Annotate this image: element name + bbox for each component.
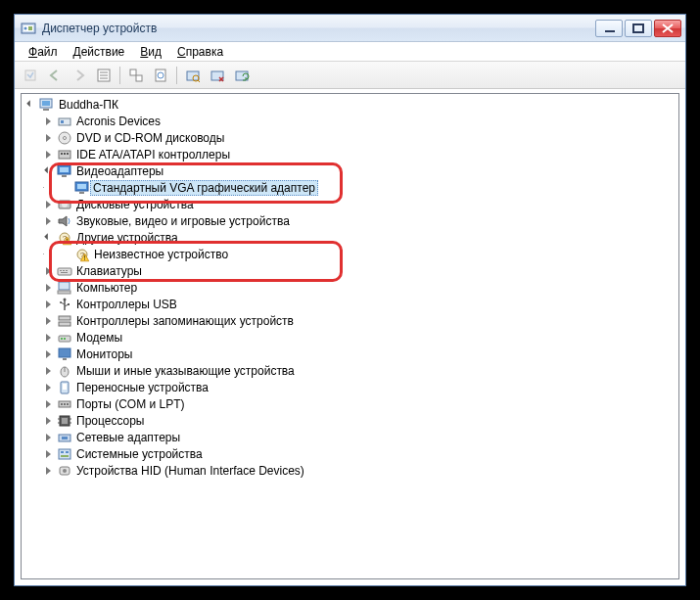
expander-icon[interactable]: [43, 165, 54, 176]
display-icon: [57, 163, 72, 179]
display-icon: [74, 180, 90, 196]
tree-item-label: Устройства HID (Human Interface Devices): [75, 464, 305, 478]
expander-icon[interactable]: [43, 415, 54, 426]
tree-item[interactable]: Сетевые адаптеры: [22, 429, 678, 445]
tree-item[interactable]: Видеоадаптеры: [22, 162, 678, 179]
expander-icon[interactable]: [43, 215, 54, 226]
system-icon: [57, 446, 72, 462]
toolbar: [15, 62, 685, 89]
monitor-icon: [57, 346, 72, 362]
expander-icon[interactable]: [25, 99, 36, 110]
tb-list-icon[interactable]: [92, 65, 116, 86]
mouse-icon: [57, 363, 72, 379]
tb-forward-icon[interactable]: [68, 65, 91, 86]
ide-icon: [57, 147, 72, 162]
tb-update-driver-icon[interactable]: [230, 65, 254, 86]
tree-item[interactable]: Переносные устройства: [22, 379, 678, 395]
tree-item-label: Модемы: [75, 331, 123, 345]
expander-icon[interactable]: [43, 398, 54, 409]
computer-icon: [39, 97, 55, 113]
menu-help[interactable]: Справка: [169, 43, 231, 61]
tree-item-label: Мониторы: [75, 347, 133, 361]
ports-icon: [57, 396, 72, 412]
close-button[interactable]: [654, 20, 681, 37]
tree-item[interactable]: Порты (COM и LPT): [22, 395, 678, 412]
tree-item[interactable]: Мыши и иные указывающие устройства: [22, 362, 678, 379]
maximize-button[interactable]: [625, 20, 652, 37]
tree-item[interactable]: Компьютер: [22, 279, 678, 296]
tree-item[interactable]: Другие устройства: [22, 229, 678, 246]
tree-item[interactable]: Контроллеры USB: [22, 296, 678, 312]
tree-item-label: Звуковые, видео и игровые устройства: [75, 214, 291, 228]
device-tree[interactable]: Buddha-ПКAcronis DevicesDVD и CD-ROM дис…: [21, 93, 679, 579]
other-icon: [74, 247, 90, 262]
expander-icon[interactable]: [43, 432, 54, 442]
tree-item[interactable]: Модемы: [22, 329, 678, 346]
menu-view[interactable]: Вид: [132, 43, 169, 61]
expander-icon[interactable]: [43, 265, 54, 276]
expander-icon[interactable]: [43, 332, 54, 343]
tb-uninstall-icon[interactable]: [206, 65, 229, 86]
expander-icon[interactable]: [43, 382, 54, 392]
tb-scan-hardware-icon[interactable]: [181, 65, 205, 86]
tree-item-label: IDE ATA/ATAPI контроллеры: [75, 148, 231, 162]
tree-child-item[interactable]: Неизвестное устройство: [22, 246, 678, 262]
tree-item[interactable]: Системные устройства: [22, 445, 678, 462]
tree-item-label: Видеоадаптеры: [75, 164, 164, 178]
tree-item[interactable]: IDE ATA/ATAPI контроллеры: [22, 146, 678, 162]
tree-item[interactable]: Дисковые устройства: [22, 196, 678, 212]
titlebar[interactable]: Диспетчер устройств: [15, 15, 685, 42]
expander-icon[interactable]: [43, 465, 54, 476]
expander-icon[interactable]: [43, 448, 54, 459]
minimize-button[interactable]: [595, 20, 623, 37]
generic-icon: [57, 114, 72, 129]
usb-icon: [57, 297, 72, 312]
tree-item-label: Компьютер: [75, 281, 138, 295]
tree-item[interactable]: Процессоры: [22, 412, 678, 429]
expander-icon[interactable]: [43, 365, 54, 376]
tree-item-label: Acronis Devices: [75, 115, 162, 128]
expander-icon[interactable]: [43, 299, 54, 309]
dvd-icon: [57, 130, 72, 146]
tree-item[interactable]: Устройства HID (Human Interface Devices): [22, 462, 678, 479]
tree-item-label: Системные устройства: [75, 447, 204, 461]
modem-icon: [57, 330, 72, 346]
tree-item[interactable]: DVD и CD-ROM дисководы: [22, 129, 678, 146]
tb-help-icon[interactable]: [149, 65, 172, 86]
expander-icon[interactable]: [43, 149, 54, 160]
app-icon: [21, 21, 36, 36]
tree-item-label: Процессоры: [75, 414, 146, 428]
tree-root[interactable]: Buddha-ПК: [22, 96, 678, 113]
expander-icon[interactable]: [43, 199, 54, 209]
expander-icon[interactable]: [43, 315, 54, 326]
tb-back-icon[interactable]: [43, 65, 67, 86]
expander-icon[interactable]: [43, 348, 54, 359]
tree-child-label: Неизвестное устройство: [93, 248, 229, 261]
tree-child-item[interactable]: Стандартный VGA графический адаптер: [22, 179, 678, 196]
tree-item-label: Контроллеры запоминающих устройств: [75, 314, 295, 328]
menu-action[interactable]: Действие: [66, 43, 133, 61]
tree-item-label: Контроллеры USB: [75, 298, 178, 311]
device-manager-window: Диспетчер устройств Файл Действие Вид Сп…: [14, 14, 686, 586]
tree-item-label: Мыши и иные указывающие устройства: [75, 364, 296, 378]
window-title: Диспетчер устройств: [42, 22, 595, 35]
tree-item[interactable]: Контроллеры запоминающих устройств: [22, 312, 678, 329]
expander-icon[interactable]: [43, 232, 54, 243]
portable-icon: [57, 380, 72, 395]
tree-item-label: DVD и CD-ROM дисководы: [75, 131, 225, 145]
tb-separator: [119, 67, 120, 84]
tree-item[interactable]: Мониторы: [22, 346, 678, 362]
expander-icon[interactable]: [43, 132, 54, 143]
tb-view-icon[interactable]: [124, 65, 148, 86]
hid-icon: [57, 463, 72, 479]
expander-icon[interactable]: [43, 282, 54, 293]
tree-item[interactable]: Acronis Devices: [22, 113, 678, 129]
tree-item[interactable]: Звуковые, видео и игровые устройства: [22, 212, 678, 229]
computer-icon: [57, 280, 72, 296]
tb-properties-icon[interactable]: [19, 65, 42, 86]
menu-file[interactable]: Файл: [21, 43, 66, 61]
tree-item[interactable]: Клавиатуры: [22, 262, 678, 279]
tree-item-label: Дисковые устройства: [75, 198, 195, 211]
expander-icon[interactable]: [43, 115, 54, 126]
other-icon: [57, 230, 72, 246]
